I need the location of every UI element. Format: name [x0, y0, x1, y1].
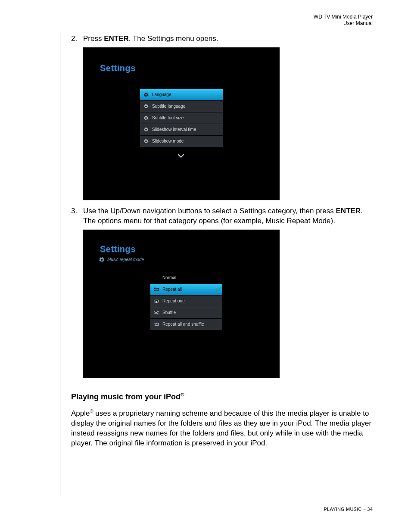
screen-subtitle: Music repeat mode [99, 257, 144, 263]
gear-icon [140, 127, 152, 132]
menu-item-slideshow-interval[interactable]: Slideshow interval time [140, 124, 223, 135]
option-repeat-shuffle[interactable]: Repeat all and shuffle [150, 319, 222, 330]
step-2: 2. Press ENTER. The Settings menu opens. [71, 34, 373, 44]
option-label: Repeat all and shuffle [162, 321, 222, 327]
repeat-menu: Normal Repeat all Repeat one [150, 272, 222, 330]
gear-icon [140, 104, 152, 109]
page-footer: PLAYING MUSIC – 34 [324, 506, 373, 513]
repeat-one-icon [150, 299, 162, 304]
option-label: Shuffle [162, 310, 222, 316]
gear-icon [140, 139, 152, 144]
step-text: Use the Up/Down navigation buttons to se… [83, 206, 373, 226]
option-normal[interactable]: Normal [150, 272, 222, 283]
section-heading: Playing music from your iPod® [71, 391, 373, 402]
step-number: 3. [71, 206, 83, 226]
svg-point-0 [156, 301, 157, 303]
screenshot-repeat-mode: Settings Music repeat mode Normal Repeat… [83, 230, 280, 378]
shuffle-icon [150, 310, 162, 315]
menu-item-slideshow-mode[interactable]: Slideshow mode [140, 136, 223, 147]
menu-item-language[interactable]: Language [140, 89, 223, 100]
option-repeat-all[interactable]: Repeat all [150, 284, 222, 295]
step-3: 3. Use the Up/Down navigation buttons to… [71, 206, 373, 226]
screen-title: Settings [100, 62, 136, 74]
option-label: Normal [162, 275, 222, 281]
step-number: 2. [71, 34, 83, 44]
content-area: 2. Press ENTER. The Settings menu opens.… [71, 34, 373, 448]
registered-mark: ® [181, 392, 184, 397]
menu-item-subtitle-size[interactable]: Subtitle font size [140, 112, 223, 124]
header-product: WD TV Mini Media Player [314, 14, 373, 20]
option-label: Repeat all [162, 286, 215, 292]
gear-icon [140, 115, 152, 121]
check-icon [215, 287, 222, 292]
header-manual: User Manual [314, 20, 373, 27]
menu-label: Slideshow mode [152, 138, 223, 144]
registered-mark: ® [90, 408, 93, 414]
gear-icon [140, 92, 152, 97]
option-shuffle[interactable]: Shuffle [150, 307, 222, 318]
menu-label: Subtitle language [152, 103, 223, 109]
repeat-shuffle-icon [150, 322, 162, 327]
repeat-icon [150, 287, 162, 292]
step-text: Press ENTER. The Settings menu opens. [83, 34, 373, 44]
option-label: Repeat one [162, 298, 222, 304]
section-paragraph: Apple® uses a proprietary naming scheme … [71, 408, 373, 448]
menu-label: Language [152, 92, 223, 98]
margin-rule [60, 33, 60, 496]
settings-menu: Language Subtitle language Subtitle font… [140, 89, 223, 147]
menu-label: Subtitle font size [152, 115, 223, 121]
page-header: WD TV Mini Media Player User Manual [314, 14, 373, 27]
menu-label: Slideshow interval time [152, 127, 223, 133]
gear-icon [99, 257, 105, 263]
menu-item-subtitle-lang[interactable]: Subtitle language [140, 101, 223, 112]
screenshot-settings: Settings Language Subtitle language Subt… [83, 47, 280, 200]
option-repeat-one[interactable]: Repeat one [150, 296, 222, 307]
chevron-down-icon [177, 153, 184, 159]
subtitle-text: Music repeat mode [107, 257, 144, 263]
screen-title: Settings [100, 243, 136, 255]
